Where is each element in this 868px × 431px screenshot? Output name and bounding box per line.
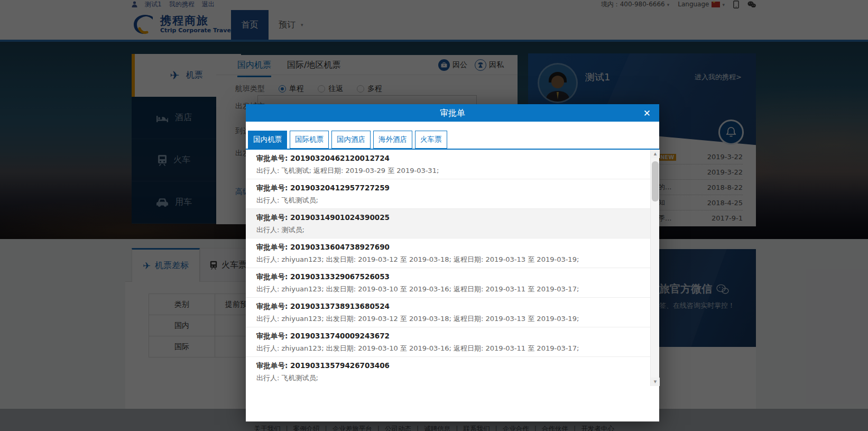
- modal-tab-domestic-flight[interactable]: 国内机票: [248, 131, 287, 149]
- approval-order-row[interactable]: 审批单号: 20190313579426703406 出行人: 飞机测试员;: [246, 357, 650, 387]
- order-number: 20190313738913680524: [290, 302, 390, 310]
- order-detail: 出行人: 飞机测试员;: [256, 373, 645, 383]
- order-detail: 出行人: 飞机测试员;: [256, 196, 645, 205]
- modal-body: 审批单号: 20190320462120012724 出行人: 飞机测试; 返程…: [246, 150, 659, 421]
- modal-title: 审批单: [246, 104, 659, 122]
- approval-order-row[interactable]: 审批单号: 20190313740009243672 出行人: zhiyuan1…: [246, 327, 650, 357]
- order-number-label: 审批单号:: [256, 361, 288, 370]
- scrollbar-thumb[interactable]: [652, 161, 659, 201]
- order-detail: 出行人: zhiyuan123; 出发日期: 2019-03-12 至 2019…: [256, 314, 645, 324]
- modal-tab-domestic-hotel[interactable]: 国内酒店: [331, 131, 371, 149]
- page: 测试1 我的携程 退出 境内：400-980-6666▾ Language▾ 携…: [0, 0, 868, 431]
- scrollbar[interactable]: ▲ ▼: [650, 150, 659, 386]
- order-number-label: 审批单号:: [256, 184, 288, 192]
- close-icon[interactable]: ✕: [643, 104, 651, 122]
- approval-order-list: 审批单号: 20190320462120012724 出行人: 飞机测试; 返程…: [246, 150, 650, 387]
- approval-order-row[interactable]: 审批单号: 20190320412957727259 出行人: 飞机测试员;: [246, 179, 650, 209]
- order-number: 20190313740009243672: [290, 332, 390, 340]
- order-number-label: 审批单号:: [256, 243, 288, 251]
- order-number: 20190313604738927690: [290, 243, 390, 251]
- order-number: 20190320412957727259: [290, 184, 390, 192]
- order-number: 20190313329067526053: [290, 272, 390, 281]
- order-number: 20190314901024390025: [290, 213, 390, 222]
- order-number: 20190320462120012724: [290, 154, 390, 162]
- modal-tabs: 国内机票 国际机票 国内酒店 海外酒店 火车票: [246, 122, 659, 150]
- approval-order-row[interactable]: 审批单号: 20190320462120012724 出行人: 飞机测试; 返程…: [246, 150, 650, 179]
- order-number-label: 审批单号:: [256, 302, 288, 310]
- order-number-label: 审批单号:: [256, 154, 288, 162]
- modal-tab-overseas-hotel[interactable]: 海外酒店: [373, 131, 412, 149]
- scroll-down-icon[interactable]: ▼: [651, 378, 660, 386]
- order-detail: 出行人: zhiyuan123; 出发日期: 2019-03-12 至 2019…: [256, 255, 645, 264]
- approval-order-row[interactable]: 审批单号: 20190313738913680524 出行人: zhiyuan1…: [246, 298, 650, 327]
- modal-tab-international-flight[interactable]: 国际机票: [290, 131, 329, 149]
- modal-tab-train[interactable]: 火车票: [415, 131, 447, 149]
- approval-order-row[interactable]: 审批单号: 20190314901024390025 出行人: 测试员;: [246, 209, 650, 239]
- order-detail: 出行人: 飞机测试; 返程日期: 2019-03-29 至 2019-03-31…: [256, 166, 645, 176]
- approval-order-row[interactable]: 审批单号: 20190313329067526053 出行人: zhiyuan1…: [246, 268, 650, 298]
- order-detail: 出行人: zhiyuan123; 出发日期: 2019-03-10 至 2019…: [256, 285, 645, 294]
- scroll-up-icon[interactable]: ▲: [651, 150, 660, 158]
- order-detail: 出行人: zhiyuan123; 出发日期: 2019-03-10 至 2019…: [256, 344, 645, 353]
- approval-modal: 审批单 ✕ 国内机票 国际机票 国内酒店 海外酒店 火车票 审批单号: 2019…: [246, 104, 659, 421]
- order-number-label: 审批单号:: [256, 272, 288, 281]
- order-number-label: 审批单号:: [256, 332, 288, 340]
- modal-header: 审批单 ✕: [246, 104, 659, 122]
- order-detail: 出行人: 测试员;: [256, 225, 645, 235]
- approval-order-row[interactable]: 审批单号: 20190313604738927690 出行人: zhiyuan1…: [246, 239, 650, 268]
- order-number-label: 审批单号:: [256, 213, 288, 222]
- order-number: 20190313579426703406: [290, 361, 390, 370]
